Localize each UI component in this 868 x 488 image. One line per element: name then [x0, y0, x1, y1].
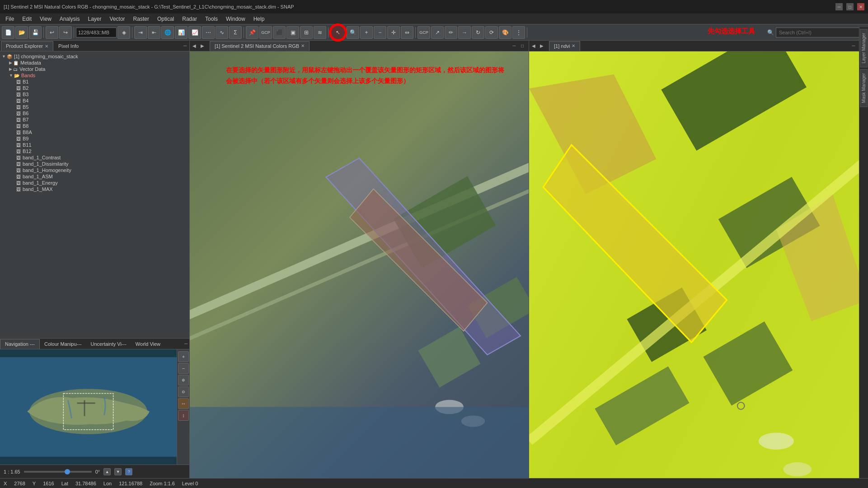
- center-minimize-view-button[interactable]: ─: [511, 42, 518, 50]
- maximize-button[interactable]: □: [846, 3, 854, 10]
- scale-up-button[interactable]: ▲: [103, 468, 111, 475]
- histogram-button[interactable]: 📈: [188, 26, 201, 39]
- right-minimize-view-button[interactable]: ─: [850, 42, 857, 50]
- graph-builder-button[interactable]: ◈: [117, 26, 130, 39]
- menu-optical[interactable]: Optical: [154, 15, 178, 23]
- tree-band-homogeneity[interactable]: 🖼 band_1_Homogeneity: [2, 167, 188, 173]
- tree-band-b9[interactable]: 🖼 B9: [2, 135, 188, 142]
- close-button[interactable]: ✕: [857, 3, 864, 10]
- menu-tools[interactable]: Tools: [202, 15, 221, 23]
- layer-manager-label[interactable]: Layer Manager: [860, 29, 868, 67]
- gcp-button[interactable]: GCP: [259, 26, 272, 39]
- pixel-button[interactable]: ⊞: [300, 26, 313, 39]
- menu-analysis[interactable]: Analysis: [56, 15, 84, 23]
- center-next-button[interactable]: ▶: [199, 42, 206, 50]
- tree-root[interactable]: ▼ 📦 [1] chongming_mosaic_stack: [2, 53, 188, 60]
- tree-band-b8a[interactable]: 🖼 B8A: [2, 129, 188, 135]
- tree-band-b11[interactable]: 🖼 B11: [2, 142, 188, 148]
- menu-raster[interactable]: Raster: [130, 15, 153, 23]
- tree-band-b7[interactable]: 🖼 B7: [2, 116, 188, 123]
- tree-band-dissimilarity[interactable]: 🖼 band_1_Dissimilarity: [2, 161, 188, 167]
- tab-navigation[interactable]: Navigation ---: [0, 339, 40, 349]
- spectrum-button[interactable]: ≋: [314, 26, 326, 39]
- mask-manager-label[interactable]: Mask Manager: [860, 69, 868, 107]
- gcp2-button[interactable]: GCP: [418, 26, 430, 39]
- right-image-view[interactable]: [529, 51, 868, 478]
- menu-radar[interactable]: Radar: [178, 15, 201, 23]
- tree-band-b6[interactable]: 🖼 B6: [2, 110, 188, 116]
- tab-product-explorer-close[interactable]: ✕: [45, 44, 48, 49]
- tree-band-contrast[interactable]: 🖼 band_1_Contrast: [2, 154, 188, 161]
- scale-down-button[interactable]: ▼: [114, 468, 122, 475]
- roi-button[interactable]: ▣: [286, 26, 299, 39]
- memory-display[interactable]: 1228/483□MB: [76, 28, 117, 37]
- center-image-view[interactable]: 在要选择的矢量图形附近，用鼠标左键拖动出一个覆盖该矢量图形的矩形区域，然后该区域…: [190, 51, 529, 478]
- grid-button[interactable]: ⋮: [512, 26, 525, 39]
- nav-zoom-fit-button[interactable]: ⊖: [178, 386, 189, 397]
- tree-band-b3[interactable]: 🖼 B3: [2, 91, 188, 98]
- menu-edit[interactable]: Edit: [19, 15, 35, 23]
- tree-band-b1[interactable]: 🖼 B1: [2, 79, 188, 85]
- minimize-button[interactable]: ─: [835, 3, 843, 10]
- right-prev-button[interactable]: ◀: [530, 42, 537, 50]
- nav-zoom-in-button[interactable]: +: [178, 351, 189, 362]
- tab-colour-manipu[interactable]: Colour Manipu---: [40, 339, 86, 349]
- menu-layer[interactable]: Layer: [84, 15, 105, 23]
- pan-button[interactable]: ✛: [387, 26, 400, 39]
- tree-vector-data[interactable]: ▶ 🗂 Vector Data: [2, 66, 188, 72]
- tree-band-b8[interactable]: 🖼 B8: [2, 123, 188, 129]
- tree-metadata[interactable]: ▶ 📋 Metadata: [2, 60, 188, 66]
- select-tool-button[interactable]: ↖: [330, 25, 346, 40]
- tree-band-b4[interactable]: 🖼 B4: [2, 98, 188, 104]
- left-panel-pin[interactable]: ─: [182, 43, 188, 48]
- tab-sentinel-rgb-close[interactable]: ✕: [301, 43, 305, 48]
- menu-file[interactable]: File: [2, 15, 18, 23]
- help-button[interactable]: ?: [125, 468, 132, 475]
- color-button[interactable]: 🎨: [499, 26, 511, 39]
- draw-button[interactable]: ✏: [445, 26, 457, 39]
- menu-view[interactable]: View: [36, 15, 55, 23]
- tab-world-view[interactable]: World View: [131, 339, 165, 349]
- tree-bands[interactable]: ▼ 📂 Bands: [2, 72, 188, 79]
- tree-band-b12[interactable]: 🖼 B12: [2, 148, 188, 154]
- rotate-button[interactable]: ↻: [472, 26, 484, 39]
- menu-vector[interactable]: Vector: [106, 15, 129, 23]
- tree-band-b2[interactable]: 🖼 B2: [2, 85, 188, 91]
- view3d-button[interactable]: ⟳: [485, 26, 498, 39]
- center-prev-button[interactable]: ◀: [191, 42, 198, 50]
- zoom-in-tb-button[interactable]: +: [360, 26, 373, 39]
- tab-ndvi-close[interactable]: ✕: [572, 43, 575, 48]
- new-button[interactable]: 📄: [2, 26, 14, 39]
- mask-button[interactable]: ⬛: [273, 26, 286, 39]
- right-next-button[interactable]: ▶: [538, 42, 545, 50]
- scale-slider[interactable]: [24, 471, 92, 473]
- nav-sync-button[interactable]: ↕: [178, 410, 189, 421]
- tree-band-b5[interactable]: 🖼 B5: [2, 104, 188, 110]
- center-maximize-view-button[interactable]: □: [519, 42, 526, 50]
- sync-button[interactable]: ⇔: [401, 26, 413, 39]
- nav-zoom-exact-button[interactable]: ⊕: [178, 375, 189, 386]
- menu-help[interactable]: Help: [250, 15, 268, 23]
- tab-sentinel-rgb[interactable]: [1] Sentinel 2 MSI Natural Colors RGB ✕: [210, 41, 310, 51]
- zoom-button[interactable]: 🔍: [347, 26, 359, 39]
- menu-window[interactable]: Window: [222, 15, 249, 23]
- scatter-button[interactable]: ⋯: [202, 26, 215, 39]
- tab-product-explorer[interactable]: Product Explorer ✕: [1, 41, 53, 51]
- tree-band-energy[interactable]: 🖼 band_1_Energy: [2, 180, 188, 186]
- arrow-button[interactable]: →: [458, 26, 471, 39]
- bottom-panel-pin[interactable]: ─: [183, 341, 189, 346]
- world-map-button[interactable]: 🌐: [161, 26, 174, 39]
- tree-band-asm[interactable]: 🖼 band_1_ASM: [2, 173, 188, 180]
- statistics-button[interactable]: 📊: [175, 26, 188, 39]
- search-input[interactable]: [776, 28, 866, 37]
- undo-button[interactable]: ↩: [46, 26, 58, 39]
- open-button[interactable]: 📂: [15, 26, 28, 39]
- redo-button[interactable]: ↪: [59, 26, 72, 39]
- export-button[interactable]: ⇤: [148, 26, 160, 39]
- import-button[interactable]: ⇥: [134, 26, 147, 39]
- save-button[interactable]: 💾: [29, 26, 42, 39]
- profile-button[interactable]: ∿: [216, 26, 228, 39]
- tab-uncertainty[interactable]: Uncertainty Vi---: [86, 339, 131, 349]
- pin-button[interactable]: 📌: [246, 26, 258, 39]
- nav-pan-button[interactable]: ↔: [178, 398, 189, 409]
